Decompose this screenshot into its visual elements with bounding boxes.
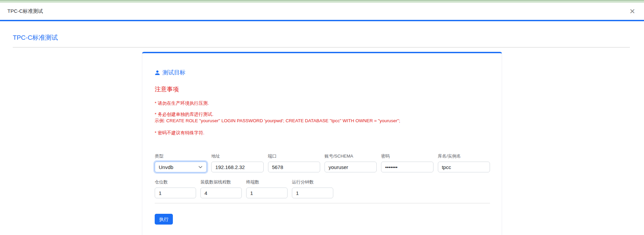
person-icon — [155, 70, 160, 75]
parameters-form-row: 仓位数 装载数据线程数 终端数 运行分钟数 — [155, 179, 490, 198]
address-input[interactable] — [211, 162, 263, 172]
top-accent-strip — [0, 0, 644, 3]
type-select-value: Unvdb — [159, 164, 173, 170]
close-icon[interactable]: ✕ — [628, 6, 637, 16]
notes-heading: 注意事项 — [155, 85, 490, 93]
chevron-down-icon — [198, 165, 203, 169]
modal-header: TPC-C标准测试 ✕ — [0, 3, 644, 21]
note-line: * 密码不建议有特殊字符. — [155, 130, 490, 136]
field-type: 类型 Unvdb — [155, 153, 207, 172]
note-line: * 务必创建单独的库进行测试. 示例: CREATE ROLE "youruse… — [155, 111, 490, 124]
account-input[interactable] — [325, 162, 377, 172]
field-load-threads: 装载数据线程数 — [200, 179, 242, 198]
connection-form-row: 类型 Unvdb 地址 端口 账号/SCHEMA — [155, 153, 490, 172]
dbname-label: 库名/实例名 — [438, 153, 490, 159]
form-divider — [155, 203, 490, 203]
field-account: 账号/SCHEMA — [325, 153, 377, 172]
terminals-input[interactable] — [246, 188, 288, 198]
field-address: 地址 — [211, 153, 263, 172]
run-minutes-label: 运行分钟数 — [292, 179, 333, 185]
page-content: TPC-C标准测试 测试目标 注意事项 * 请勿在生产环境执行压测. * 务必创… — [0, 33, 644, 235]
load-threads-label: 装载数据线程数 — [200, 179, 242, 185]
section-title-label: 测试目标 — [162, 69, 185, 76]
type-select[interactable]: Unvdb — [155, 162, 207, 172]
terminals-label: 终端数 — [246, 179, 288, 185]
note-line-text: * 务必创建单独的库进行测试. — [155, 112, 214, 117]
port-input[interactable] — [268, 162, 320, 172]
section-title: 测试目标 — [155, 69, 490, 76]
type-label: 类型 — [155, 153, 207, 159]
modal-title: TPC-C标准测试 — [7, 8, 43, 14]
dbname-input[interactable] — [438, 162, 490, 172]
password-input[interactable] — [381, 162, 433, 172]
field-port: 端口 — [268, 153, 320, 172]
test-target-card: 测试目标 注意事项 * 请勿在生产环境执行压测. * 务必创建单独的库进行测试.… — [142, 52, 502, 235]
password-label: 密码 — [381, 153, 433, 159]
load-threads-input[interactable] — [200, 188, 242, 198]
port-label: 端口 — [268, 153, 320, 159]
account-label: 账号/SCHEMA — [325, 153, 377, 159]
page-title: TPC-C标准测试 — [13, 33, 644, 42]
field-password: 密码 — [381, 153, 433, 172]
field-warehouses: 仓位数 — [155, 179, 196, 198]
note-example-text: 示例: CREATE ROLE "youruser" LOGIN PASSWOR… — [155, 118, 400, 123]
warehouses-label: 仓位数 — [155, 179, 196, 185]
address-label: 地址 — [211, 153, 263, 159]
execute-button[interactable]: 执行 — [155, 214, 173, 225]
field-terminals: 终端数 — [246, 179, 288, 198]
heading-divider — [13, 47, 630, 47]
warehouses-input[interactable] — [155, 188, 196, 198]
field-run-minutes: 运行分钟数 — [292, 179, 333, 198]
field-dbname: 库名/实例名 — [438, 153, 490, 172]
run-minutes-input[interactable] — [292, 188, 333, 198]
note-line: * 请勿在生产环境执行压测. — [155, 100, 490, 106]
